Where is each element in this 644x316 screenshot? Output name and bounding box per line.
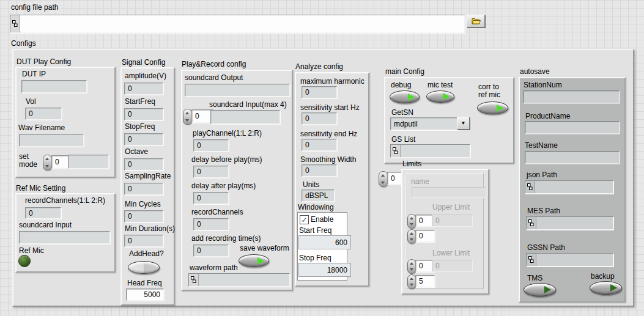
soundcard-output-label: soundcard Output (185, 74, 243, 82)
units-field[interactable]: dBSPL (302, 189, 335, 202)
toggle-arrow-icon (610, 284, 617, 292)
pr-recordchannels-field[interactable]: 0 (193, 218, 229, 230)
productname-label: ProductName (525, 112, 570, 120)
ref-soundcard-input-field[interactable] (19, 231, 110, 244)
sensitivity-end-label: sensitivity end Hz (300, 130, 357, 138)
soundcard-input-index-spinner[interactable] (183, 109, 192, 125)
stopfreq-field[interactable]: 0 (124, 133, 163, 145)
wav-filename-field[interactable] (19, 134, 84, 147)
dut-ip-label: DUT IP (22, 70, 46, 78)
add-recording-time-field[interactable]: 0 (193, 244, 229, 257)
testname-label: TestName (525, 142, 558, 150)
ref-mic-led-icon (18, 255, 31, 267)
upper-limit-value: 0 (432, 215, 473, 227)
labview-front-panel: config file path Configs DUT Play Config… (0, 0, 644, 316)
path-type-icon (527, 217, 536, 229)
smoothing-width-field[interactable]: 0 (302, 164, 337, 177)
windowing-stop-freq-field[interactable]: 18000 (298, 263, 351, 277)
gs-list-label: GS List (391, 136, 415, 144)
playchannel-field[interactable]: 0 (193, 139, 229, 152)
amplitude-field[interactable]: 0 (124, 83, 163, 95)
sensitivity-start-field[interactable]: 0 (302, 112, 337, 125)
signal-config-title: Signal Config (122, 59, 165, 67)
gs-list-path-input[interactable] (390, 144, 470, 158)
getsn-dropdown[interactable]: mdputil (390, 117, 459, 130)
min-cycles-field[interactable]: 0 (124, 210, 163, 222)
path-type-icon (189, 274, 199, 286)
addhead-label: AddHead? (129, 250, 164, 258)
lower-limit-index2-spinner[interactable] (407, 274, 416, 289)
set-mode-index[interactable]: 0 (51, 155, 68, 169)
record-channels-field[interactable]: 0 (25, 207, 61, 219)
limits-index-spinner[interactable] (379, 171, 388, 187)
delay-before-play-field[interactable]: 0 (193, 166, 229, 178)
set-mode-spinner[interactable] (43, 155, 52, 171)
lower-limit-index1-spinner[interactable] (407, 259, 416, 274)
chevron-down-icon: ▼ (461, 121, 466, 126)
waveform-path-input[interactable] (188, 273, 290, 287)
save-waveform-toggle[interactable] (239, 254, 269, 267)
min-duration-field[interactable]: 0 (124, 235, 163, 247)
json-path-input[interactable] (525, 180, 613, 194)
windowing-start-freq-field[interactable]: 600 (298, 235, 351, 249)
debug-toggle[interactable] (390, 90, 420, 103)
wav-filename-label: Wav Filename (18, 124, 65, 132)
samplingrate-label: SamplingRate (125, 172, 171, 180)
sensitivity-end-field[interactable]: 0 (302, 139, 337, 151)
mes-path-value (536, 217, 613, 229)
delay-before-play-label: delay before play(ms) (191, 156, 262, 164)
getsn-dropdown-button[interactable]: ▼ (457, 117, 470, 130)
pr-recordchannels-label: recordChannels (191, 208, 243, 216)
backup-toggle[interactable] (590, 281, 622, 295)
limits-title: Limits (402, 160, 421, 168)
config-file-path-input[interactable] (10, 15, 465, 33)
enable-checkbox[interactable]: ✓ (300, 215, 309, 224)
json-path-label: json Path (527, 171, 557, 179)
stopfreq-label: StopFreq (125, 123, 155, 131)
startfreq-field[interactable]: 0 (124, 108, 163, 120)
path-type-icon (10, 15, 20, 32)
upper-limit-index2-spinner[interactable] (407, 229, 416, 244)
toggle-arrow-icon (443, 93, 450, 100)
stationnum-label: StationNum (524, 81, 562, 89)
octave-field[interactable]: 0 (124, 158, 163, 171)
dut-play-config-title: DUT Play Config (17, 58, 71, 66)
delay-after-play-label: delay after play(ms) (191, 182, 256, 190)
windowing-stop-freq-label: Stop Freq (299, 254, 331, 262)
set-mode-field[interactable] (68, 155, 109, 169)
soundcard-output-field[interactable] (185, 84, 290, 97)
upper-limit-index2[interactable]: 0 (415, 230, 435, 242)
samplingrate-field[interactable]: 0 (124, 183, 163, 195)
sensitivity-start-label: sensitivity start Hz (300, 104, 360, 112)
corr-to-ref-mic-toggle[interactable] (477, 101, 508, 114)
tms-toggle[interactable] (524, 283, 556, 296)
octave-label: Octave (125, 148, 148, 156)
soundcard-input-max4-field[interactable] (210, 110, 280, 124)
productname-field[interactable] (525, 121, 620, 134)
lower-limit-label: Lower Limit (432, 249, 470, 257)
maximum-harmonic-field[interactable]: 0 (302, 86, 337, 98)
ref-mic-label: Ref Mic (19, 247, 44, 255)
testname-field[interactable] (525, 151, 620, 164)
mic-test-label: mic test (427, 81, 453, 89)
delay-after-play-field[interactable]: 0 (193, 192, 229, 204)
addhead-toggle[interactable] (128, 261, 160, 274)
vol-field[interactable]: 0 (25, 108, 62, 120)
add-recording-time-label: add recording time(s) (191, 235, 261, 243)
maximum-harmonic-label: maximum harmonic (300, 78, 365, 86)
lower-limit-index2[interactable]: 5 (415, 275, 435, 287)
head-freq-field[interactable]: 5000 (126, 288, 164, 301)
mic-test-toggle[interactable] (426, 90, 454, 103)
upper-limit-index1-spinner[interactable] (407, 214, 416, 229)
json-path-value (535, 181, 613, 193)
min-cycles-label: Min Cycles (125, 200, 161, 208)
main-config-title: main Config (385, 68, 424, 76)
smoothing-width-label: Smoothing Width (300, 156, 356, 164)
stationnum-field[interactable] (523, 90, 620, 103)
upper-limit-label: Upper Limit (432, 204, 470, 211)
dut-ip-field[interactable] (21, 80, 87, 93)
gssn-path-input[interactable] (526, 253, 613, 266)
browse-button[interactable] (467, 15, 485, 28)
toggle-arrow-icon (497, 105, 503, 112)
mes-path-input[interactable] (526, 216, 613, 230)
